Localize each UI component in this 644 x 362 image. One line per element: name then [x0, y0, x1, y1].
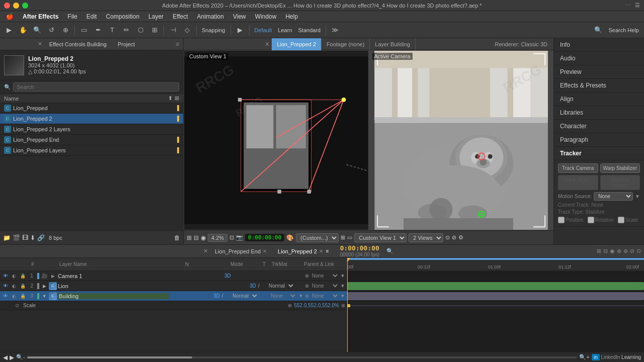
maximize-button[interactable]	[22, 3, 28, 9]
timeline-tools-4[interactable]: ⊕	[617, 248, 621, 254]
project-item[interactable]: C Lion_Prepped	[0, 103, 183, 114]
parent-select-2[interactable]: None	[310, 283, 339, 289]
viewport-timecode[interactable]: 0:00:00:00	[245, 234, 284, 241]
3d-3[interactable]: 3D	[213, 293, 220, 299]
project-search-input[interactable]	[13, 82, 179, 92]
prev-frame-btn[interactable]: ▶	[10, 354, 14, 361]
scale-keyframe[interactable]	[347, 304, 350, 307]
timeline-tab-2-close[interactable]: ✕	[319, 248, 323, 254]
right-panel-audio[interactable]: Audio	[554, 52, 644, 65]
views-count-select[interactable]: 2 Views	[409, 233, 443, 242]
selection-tool[interactable]: ▶	[3, 24, 15, 36]
paint-tool[interactable]: ✏	[120, 24, 132, 36]
timeline-tools-2[interactable]: ⊟	[603, 248, 608, 254]
3d-2[interactable]: 3D	[250, 283, 257, 289]
scale-prop-name[interactable]: Scale	[23, 303, 288, 308]
delete-icon[interactable]: 🗑	[174, 234, 180, 241]
text-tool[interactable]: T	[106, 24, 118, 36]
viewport-close[interactable]: ✕	[265, 41, 270, 48]
graph-tool[interactable]: ◇	[181, 24, 193, 36]
align-tool[interactable]: ⊣	[167, 24, 179, 36]
timeline-zoom-slider[interactable]	[27, 356, 578, 358]
tab-project[interactable]: Project	[114, 40, 139, 48]
scale-checkbox[interactable]	[618, 217, 624, 223]
color-icon[interactable]: 🎨	[286, 234, 294, 241]
viewport-active-camera[interactable]: Active Camera RRCG	[369, 50, 554, 230]
mode-select-3[interactable]: Normal	[230, 293, 259, 299]
timeline-tools-1[interactable]: ⊞	[597, 248, 601, 254]
import-icon[interactable]: ⬇	[30, 234, 35, 241]
link-chain-icon[interactable]: ⊗	[341, 303, 345, 308]
project-item[interactable]: C Lion_Prepped 2 Layers	[0, 124, 183, 135]
menu-window[interactable]: Window	[251, 12, 281, 21]
grid-icon[interactable]: ⊟	[194, 234, 199, 241]
close-button[interactable]	[4, 3, 10, 9]
zoom-display[interactable]: 4.2%	[208, 234, 227, 242]
puppet-tool[interactable]: ⊞	[148, 24, 160, 36]
workspace-more[interactable]: ≫	[329, 24, 341, 36]
motion-source-chevron[interactable]: ▼	[635, 194, 640, 199]
magnify-icon[interactable]: ⊞	[187, 234, 192, 241]
timeline-search-icon[interactable]: 🔍	[386, 248, 393, 254]
expand-icon-2[interactable]: ▶	[41, 283, 48, 290]
fit-icon[interactable]: ⊡	[229, 234, 234, 241]
reset-icon[interactable]: ⊘	[452, 234, 456, 241]
rect-tool[interactable]: ▭	[78, 24, 90, 36]
lock-toggle-1[interactable]: 🔒	[19, 273, 26, 280]
menu-composition[interactable]: Composition	[102, 12, 143, 21]
preview-icon[interactable]: ◉	[201, 234, 206, 241]
stamp-tool[interactable]: ⬡	[134, 24, 146, 36]
project-item[interactable]: C Lion_Prepped Layers	[0, 145, 183, 156]
menu-edit[interactable]: Edit	[83, 12, 101, 21]
right-panel-tracker[interactable]: Tracker	[554, 147, 644, 160]
track-camera-button[interactable]: Track Camera	[558, 163, 598, 173]
right-panel-effects-presets[interactable]: Effects & Presets	[554, 79, 644, 93]
timeline-zoom-in[interactable]: 🔍+	[579, 354, 589, 360]
lock-toggle-2[interactable]: 🔒	[19, 283, 26, 290]
zoom-tool[interactable]: 🔍	[31, 24, 43, 36]
settings-icon[interactable]: ⚙	[458, 234, 463, 241]
comp-icon-btn[interactable]: ⊙	[445, 234, 450, 241]
footage-icon[interactable]: 🎞	[22, 234, 28, 241]
apple-menu[interactable]: 🍎	[2, 12, 18, 21]
search-help-icon[interactable]: 🔍	[592, 24, 604, 36]
position-checkbox[interactable]	[558, 217, 565, 223]
dependencies-icon[interactable]: 🔗	[37, 234, 45, 241]
solo-toggle-1[interactable]: ◐	[11, 273, 18, 280]
menu-aftereffects[interactable]: After Effects	[19, 12, 62, 21]
project-item[interactable]: C Lion_Prepped 2	[0, 114, 183, 124]
workspace-default[interactable]: Default	[253, 27, 274, 33]
link-icon[interactable]: ⊕	[288, 303, 292, 308]
viewport-tab-footage[interactable]: Footage (none)	[321, 38, 370, 50]
timeline-tools-5[interactable]: ⊗	[623, 248, 628, 254]
workspace-standard[interactable]: Standard	[296, 27, 323, 33]
mode-select-2[interactable]: Normal	[267, 283, 295, 289]
grid-view-icon[interactable]: ⊞	[175, 95, 179, 102]
viewport-tab-layer[interactable]: Layer Building	[370, 38, 416, 50]
trkmat-select-3[interactable]: None	[269, 293, 297, 299]
menu-animation[interactable]: Animation	[193, 12, 228, 21]
solo-toggle-2[interactable]: ◐	[11, 283, 18, 290]
3d-icon-1[interactable]: 3D	[224, 273, 231, 279]
layer-row-building[interactable]: 👁 ◐ 🔒 3 ▼ C Building	[0, 291, 347, 301]
window-controls[interactable]	[4, 3, 28, 9]
timeline-tab-end-close[interactable]: ✕	[263, 248, 267, 254]
new-comp-icon[interactable]: 🎬	[13, 234, 20, 241]
hand-tool[interactable]: ✋	[17, 24, 29, 36]
menu-layer[interactable]: Layer	[144, 12, 168, 21]
menu-effect[interactable]: Effect	[169, 12, 192, 21]
layer-row-lion[interactable]: 👁 ◐ 🔒 2 ▶ C Lion	[0, 281, 347, 291]
timeline-tab-end[interactable]: Lion_Prepped End ✕	[211, 247, 271, 255]
right-panel-align[interactable]: Align	[554, 93, 644, 106]
timeline-timecode[interactable]: 0:00:00:00	[340, 245, 379, 252]
minimize-button[interactable]	[13, 3, 19, 9]
workspace-learn[interactable]: Learn	[276, 27, 294, 33]
search-help-label[interactable]: Search Help	[606, 27, 641, 33]
effect-controls-close[interactable]: ✕	[38, 41, 42, 47]
scale-value[interactable]: 552.0,552.0,552.0%	[294, 303, 339, 308]
timeline-tab-2[interactable]: Lion_Prepped 2 ✕ ≡	[274, 247, 333, 255]
parent-select-3[interactable]: None	[310, 293, 339, 299]
more-options-icon[interactable]: ⋯	[625, 2, 631, 9]
rotation-tool[interactable]: ↺	[45, 24, 57, 36]
preview-btn[interactable]: ▶	[234, 24, 246, 36]
